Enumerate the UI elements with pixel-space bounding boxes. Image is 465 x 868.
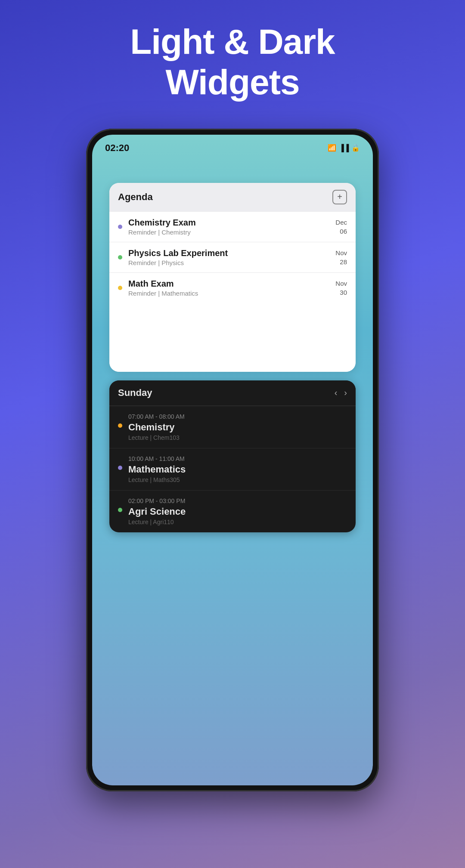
schedule-time: 02:00 PM - 03:00 PM <box>128 497 347 504</box>
schedule-item-agri[interactable]: 02:00 PM - 03:00 PM Agri Science Lecture… <box>109 490 356 532</box>
dot-orange <box>118 423 122 428</box>
phone-frame: 02:20 📶 ▐▐ 🔒 Agenda + Chemistry Exam Rem… <box>86 129 379 791</box>
schedule-name: Chemistry <box>128 422 347 433</box>
status-time: 02:20 <box>105 142 129 154</box>
agenda-item-name: Physics Lab Experiment <box>128 248 319 258</box>
schedule-sub: Lecture | Chem103 <box>128 434 347 441</box>
prev-day-button[interactable]: ‹ <box>335 388 338 398</box>
agenda-item-date: Nov 30 <box>326 279 347 297</box>
dot-green <box>118 255 122 259</box>
agenda-item-date: Nov 28 <box>326 248 347 266</box>
dot-yellow <box>118 286 122 290</box>
dark-nav-buttons: ‹ › <box>335 388 347 398</box>
wifi-icon: 📶 <box>328 144 336 152</box>
schedule-time: 07:00 AM - 08:00 AM <box>128 413 347 420</box>
status-bar: 02:20 📶 ▐▐ 🔒 <box>92 135 373 157</box>
light-widget-title: Agenda <box>118 192 153 203</box>
dark-widget-header: Sunday ‹ › <box>109 380 356 406</box>
schedule-sub: Lecture | Agri110 <box>128 519 347 525</box>
phone-screen: 02:20 📶 ▐▐ 🔒 Agenda + Chemistry Exam Rem… <box>92 135 373 785</box>
agenda-item-math[interactable]: Math Exam Reminder | Mathematics Nov 30 <box>109 272 356 303</box>
agenda-item-physics[interactable]: Physics Lab Experiment Reminder | Physic… <box>109 242 356 272</box>
light-widget: Agenda + Chemistry Exam Reminder | Chemi… <box>109 183 356 372</box>
agenda-item-chemistry[interactable]: Chemistry Exam Reminder | Chemistry Dec … <box>109 211 356 242</box>
status-icons: 📶 ▐▐ 🔒 <box>328 144 360 152</box>
agenda-item-date: Dec 06 <box>326 218 347 236</box>
schedule-item-chemistry[interactable]: 07:00 AM - 08:00 AM Chemistry Lecture | … <box>109 406 356 448</box>
lock-icon: 🔒 <box>351 144 360 152</box>
dot-purple-dark <box>118 466 122 470</box>
agenda-item-name: Math Exam <box>128 279 319 289</box>
next-day-button[interactable]: › <box>344 388 347 398</box>
page-title: Light & Dark Widgets <box>130 22 335 103</box>
agenda-item-sub: Reminder | Chemistry <box>128 229 319 236</box>
agenda-item-name: Chemistry Exam <box>128 218 319 228</box>
signal-icon: ▐▐ <box>339 144 349 152</box>
agenda-item-sub: Reminder | Physics <box>128 259 319 266</box>
schedule-sub: Lecture | Maths305 <box>128 476 347 483</box>
dark-widget-day: Sunday <box>118 387 152 398</box>
agenda-item-sub: Reminder | Mathematics <box>128 290 319 297</box>
add-event-button[interactable]: + <box>332 190 347 204</box>
schedule-time: 10:00 AM - 11:00 AM <box>128 455 347 462</box>
dark-widget: Sunday ‹ › 07:00 AM - 08:00 AM Chemistry… <box>109 380 356 532</box>
light-widget-header: Agenda + <box>109 183 356 211</box>
dot-green-dark <box>118 508 122 512</box>
widget-empty-space <box>109 303 356 372</box>
dot-purple <box>118 225 122 229</box>
schedule-name: Agri Science <box>128 506 347 517</box>
schedule-item-mathematics[interactable]: 10:00 AM - 11:00 AM Mathematics Lecture … <box>109 448 356 490</box>
schedule-name: Mathematics <box>128 464 347 475</box>
